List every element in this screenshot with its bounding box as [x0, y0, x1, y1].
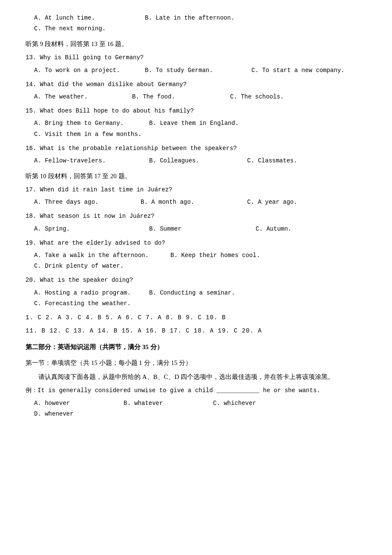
answers-row-2: 11. B 12. C 13. A 14. B 15. A 16. B 17. … [26, 326, 366, 336]
question-18: 18. What season is it now in Juárez? A. … [26, 211, 366, 234]
q18-option-b: B. Summer [149, 224, 251, 234]
q18-option-a: A. Spring. [34, 224, 145, 234]
q13-option-b: B. To study German. [145, 65, 247, 76]
q15-option-c: C. Visit them in a few months. [34, 129, 141, 140]
section1-header: 第一节：单项填空（共 15 小题；每小题 1 分，满分 15 分） [26, 357, 366, 369]
q13-text: 13. Why is Bill going to Germany? [26, 52, 366, 63]
question-17: 17. When did it rain last time in Juárez… [26, 185, 366, 208]
answers-row-1: 1. C 2. A 3. C 4. B 5. A 6. C 7. A 8. B … [26, 312, 366, 323]
section9-header: 听第 9 段材料，回答第 13 至 16 题。 [26, 38, 366, 50]
q20-option-c: C. Forecasting the weather. [34, 298, 141, 309]
top-option-a: A. At lunch time. [34, 13, 141, 23]
question-14: 14. What did the woman dislike about Ger… [26, 79, 366, 102]
q14-option-c: C. The schools. [230, 92, 337, 102]
question-19: 19. What are the elderly advised to do? … [26, 238, 366, 272]
q14-options: A. The weather. B. The food. C. The scho… [34, 92, 366, 102]
example-options: A. however B. whatever C. whichever D. w… [34, 398, 366, 419]
q13-option-a: A. To work on a project. [34, 65, 141, 76]
part2-header: 第二部分：英语知识运用（共两节，满分 35 分） [26, 341, 366, 353]
q19-option-b: B. Keep their homes cool. [170, 250, 273, 261]
example-block: 例：It is generally considered unwise to g… [26, 385, 366, 419]
top-options-row: A. At lunch time. B. Late in the afterno… [34, 13, 366, 34]
question-20: 20. What is the speaker doing? A. Hostin… [26, 275, 366, 309]
example-option-d: D. whenever [34, 409, 111, 419]
question-15: 15. What does Bill hope to do about his … [26, 106, 366, 140]
q20-option-b: B. Conducting a seminar. [149, 288, 260, 298]
q18-options: A. Spring. B. Summer C. Autumn. [34, 224, 366, 234]
q17-options: A. Three days ago. B. A month ago. C. A … [34, 197, 366, 208]
q13-options: A. To work on a project. B. To study Ger… [34, 65, 366, 76]
q17-option-a: A. Three days ago. [34, 197, 136, 208]
q15-option-a: A. Bring them to Germany. [34, 118, 145, 129]
q14-option-b: B. The food. [132, 92, 226, 102]
q14-text: 14. What did the woman dislike about Ger… [26, 79, 366, 90]
q14-option-a: A. The weather. [34, 92, 128, 102]
section10-header: 听第 10 段材料，回答第 17 至 20 题。 [26, 171, 366, 182]
q17-text: 17. When did it rain last time in Juárez… [26, 185, 366, 195]
top-option-b: B. Late in the afternoon. [145, 13, 264, 23]
question-16: 16. What is the probable relationship be… [26, 143, 366, 166]
q19-option-c: C. Drink plenty of water. [34, 261, 141, 272]
q16-text: 16. What is the probable relationship be… [26, 143, 366, 154]
q19-option-a: A. Take a walk in the afternoon. [34, 250, 166, 261]
example-option-a: A. however [34, 398, 119, 409]
q16-option-c: C. Classmates. [247, 156, 354, 166]
q20-options: A. Hosting a radio program. B. Conductin… [34, 288, 366, 309]
q17-option-c: C. A year ago. [247, 197, 354, 208]
q17-option-b: B. A month ago. [141, 197, 243, 208]
question-13: 13. Why is Bill going to Germany? A. To … [26, 52, 366, 75]
q13-option-c: C. To start a new company. [251, 65, 358, 76]
q16-option-b: B. Colleagues. [149, 156, 243, 166]
instruction-text: 请认真阅读下面各题，从题中所给的 A、B、C、D 四个选项中，选出最佳选项，并在… [26, 371, 366, 383]
q16-options: A. Fellow-travelers. B. Colleagues. C. C… [34, 156, 366, 166]
top-option-c: C. The next morning. [34, 23, 141, 34]
q19-options: A. Take a walk in the afternoon. B. Keep… [34, 250, 366, 272]
q18-option-c: C. Autumn. [256, 224, 362, 234]
example-option-b: B. whatever [124, 398, 209, 409]
q20-option-a: A. Hosting a radio program. [34, 288, 145, 298]
q19-text: 19. What are the elderly advised to do? [26, 238, 366, 249]
q15-text: 15. What does Bill hope to do about his … [26, 106, 366, 116]
example-option-c: C. whichever [213, 398, 298, 409]
q20-text: 20. What is the speaker doing? [26, 275, 366, 286]
q15-options: A. Bring them to Germany. B. Leave them … [34, 118, 366, 139]
example-text: 例：It is generally considered unwise to g… [26, 385, 366, 396]
q15-option-b: B. Leave them in England. [149, 118, 260, 129]
q18-text: 18. What season is it now in Juárez? [26, 211, 366, 222]
q16-option-a: A. Fellow-travelers. [34, 156, 145, 166]
